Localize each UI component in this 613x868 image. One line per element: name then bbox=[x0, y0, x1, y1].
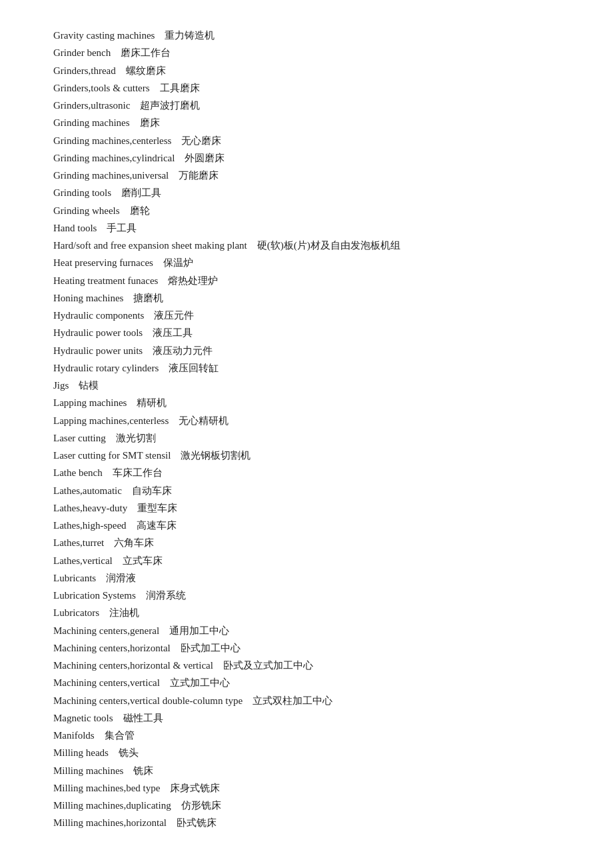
list-item: Jigs 钻模 bbox=[53, 377, 560, 394]
list-item: Grinding machines,universal 万能磨床 bbox=[53, 167, 560, 184]
list-item: Lubricators 注油机 bbox=[53, 604, 560, 621]
list-item: Laser cutting 激光切割 bbox=[53, 429, 560, 447]
list-item: Heat preserving furnaces 保温炉 bbox=[53, 254, 560, 271]
list-item: Hard/soft and free expansion sheet makin… bbox=[53, 237, 560, 254]
list-item: Lubricants 润滑液 bbox=[53, 569, 560, 587]
list-item: Machining centers,horizontal 卧式加工中心 bbox=[53, 639, 560, 657]
list-item: Machining centers,general 通用加工中心 bbox=[53, 622, 560, 639]
list-item: Grinding machines,cylindrical 外圆磨床 bbox=[53, 149, 560, 167]
list-item: Machining centers,vertical 立式加工中心 bbox=[53, 674, 560, 691]
list-item: Hand tools 手工具 bbox=[53, 219, 560, 237]
list-item: Laser cutting for SMT stensil 激光钢板切割机 bbox=[53, 447, 560, 464]
list-item: Grinding tools 磨削工具 bbox=[53, 184, 560, 201]
list-item: Lathes,turret 六角车床 bbox=[53, 534, 560, 551]
list-item: Magnetic tools 磁性工具 bbox=[53, 709, 560, 727]
list-item: Milling machines,duplicating 仿形铣床 bbox=[53, 797, 560, 814]
list-item: Hydraulic rotary cylinders 液压回转缸 bbox=[53, 359, 560, 377]
list-item: Lapping machines,centerless 无心精研机 bbox=[53, 412, 560, 429]
list-item: Lathe bench 车床工作台 bbox=[53, 464, 560, 481]
glossary-list: Gravity casting machines 重力铸造机Grinder be… bbox=[53, 27, 560, 832]
list-item: Lathes,automatic 自动车床 bbox=[53, 482, 560, 499]
list-item: Lathes,heavy-duty 重型车床 bbox=[53, 499, 560, 517]
list-item: Gravity casting machines 重力铸造机 bbox=[53, 27, 560, 44]
list-item: Milling machines 铣床 bbox=[53, 762, 560, 779]
list-item: Grinders,ultrasonic 超声波打磨机 bbox=[53, 97, 560, 114]
list-item: Hydraulic components 液压元件 bbox=[53, 307, 560, 324]
list-item: Machining centers,horizontal & vertical … bbox=[53, 657, 560, 674]
list-item: Lathes,vertical 立式车床 bbox=[53, 552, 560, 569]
list-item: Milling heads 铣头 bbox=[53, 744, 560, 761]
list-item: Grinding machines 磨床 bbox=[53, 114, 560, 131]
list-item: Lathes,high-speed 高速车床 bbox=[53, 517, 560, 534]
list-item: Lapping machines 精研机 bbox=[53, 394, 560, 411]
list-item: Milling machines,bed type 床身式铣床 bbox=[53, 779, 560, 797]
list-item: Manifolds 集合管 bbox=[53, 727, 560, 744]
list-item: Milling machines,horizontal 卧式铣床 bbox=[53, 814, 560, 831]
list-item: Grinders,thread 螺纹磨床 bbox=[53, 62, 560, 79]
list-item: Machining centers,vertical double-column… bbox=[53, 692, 560, 709]
list-item: Grinding wheels 磨轮 bbox=[53, 202, 560, 219]
list-item: Heating treatment funaces 熔热处理炉 bbox=[53, 272, 560, 289]
list-item: Grinding machines,centerless 无心磨床 bbox=[53, 132, 560, 149]
list-item: Hydraulic power units 液压动力元件 bbox=[53, 342, 560, 359]
list-item: Hydraulic power tools 液压工具 bbox=[53, 324, 560, 341]
list-item: Grinders,tools & cutters 工具磨床 bbox=[53, 79, 560, 97]
list-item: Grinder bench 磨床工作台 bbox=[53, 44, 560, 61]
list-item: Lubrication Systems 润滑系统 bbox=[53, 587, 560, 604]
list-item: Honing machines 搪磨机 bbox=[53, 289, 560, 307]
